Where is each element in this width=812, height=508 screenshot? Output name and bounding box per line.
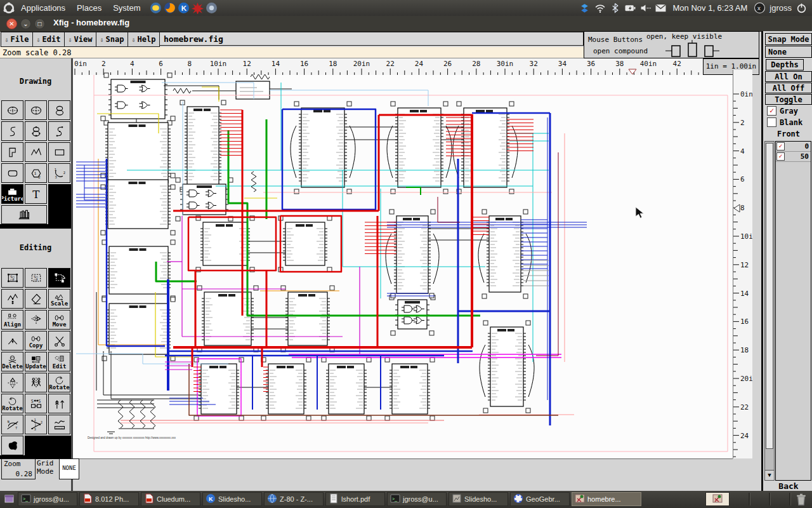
toggle-button[interactable]: Toggle <box>765 94 812 105</box>
gray-checkbox[interactable]: ✓Gray <box>767 106 798 116</box>
tool-rectangle[interactable] <box>48 142 70 162</box>
tool-closed-spline[interactable] <box>48 100 70 120</box>
taskbar-item-8-012-ph-[interactable]: 8.012 Ph... <box>79 492 139 506</box>
tool-library[interactable] <box>1 205 47 224</box>
dropbox-icon[interactable] <box>579 3 590 13</box>
tool-flip[interactable] <box>25 310 47 330</box>
mail-icon[interactable] <box>655 3 666 13</box>
tool-add-point[interactable] <box>1 289 23 309</box>
gimp-launcher-icon[interactable] <box>192 2 204 14</box>
grid-mode-value[interactable]: NONE <box>59 458 79 479</box>
firefox-launcher-icon[interactable] <box>164 2 176 14</box>
tool-rotate-ccw[interactable]: Rotate <box>1 394 23 413</box>
user-badge-icon[interactable]: x <box>754 3 765 13</box>
blank-checkbox[interactable]: Blank <box>767 117 802 127</box>
volume-icon[interactable] <box>640 3 651 13</box>
show-desktop-icon[interactable] <box>1 492 18 506</box>
tool-polygon[interactable] <box>1 142 23 162</box>
tool-polyline[interactable] <box>25 142 47 162</box>
battery-icon[interactable] <box>625 3 636 13</box>
svg-text:16: 16 <box>300 60 308 68</box>
username[interactable]: jgross <box>769 3 792 13</box>
bluetooth-icon[interactable] <box>610 3 620 13</box>
tool-ellipse-diameter[interactable] <box>25 100 47 120</box>
tool-cut[interactable] <box>48 331 70 351</box>
tool-length-measure[interactable] <box>48 415 70 434</box>
tool-tangent[interactable]: NT <box>1 415 23 434</box>
svg-text:>_: >_ <box>392 497 397 502</box>
taskbar-item-slidesho-[interactable]: KSlidesho... <box>202 492 262 506</box>
power-icon[interactable] <box>796 3 807 13</box>
tool-closed-spline-points[interactable] <box>25 121 47 141</box>
menu-applications[interactable]: Applications <box>15 0 71 16</box>
tool-update[interactable]: Update <box>25 352 47 371</box>
menu-file-button[interactable]: ⇩File <box>1 32 33 47</box>
tool-mirror[interactable] <box>25 373 47 392</box>
close-icon[interactable]: ✕ <box>6 18 17 29</box>
tool-edit[interactable]: Edit <box>48 352 70 371</box>
tool-convert[interactable]: SS <box>25 394 47 413</box>
menu-snap-button[interactable]: ⇩Snap <box>96 32 128 47</box>
scroll-down-icon[interactable]: ▼ <box>764 470 775 481</box>
svg-text:10in: 10in <box>740 232 752 241</box>
all-on-button[interactable]: All On <box>765 71 812 82</box>
tool-arc[interactable]: 123 <box>48 163 70 183</box>
wifi-icon[interactable] <box>594 3 605 13</box>
taskbar-item-cluedum-[interactable]: Cluedum... <box>141 492 200 506</box>
depth-scrollbar[interactable] <box>764 141 775 471</box>
taskbar-item-slidesho-[interactable]: Slidesho... <box>449 492 508 506</box>
browser-launcher-icon[interactable] <box>206 2 218 14</box>
menu-help-button[interactable]: ⇩Help <box>128 32 160 47</box>
selection-marker <box>322 358 326 362</box>
tool-glue[interactable]: S○□T <box>1 268 23 288</box>
menu-view-button[interactable]: ⇩View <box>64 32 96 47</box>
maximize-icon[interactable]: □ <box>34 18 45 29</box>
tool-rotate-cw[interactable]: Rotate <box>48 373 70 392</box>
tool-scale[interactable]: Scale <box>48 289 70 309</box>
tool-copy[interactable]: Copy <box>25 331 47 351</box>
tool-move-point[interactable] <box>1 331 23 351</box>
taskbar-item-jgross-u-[interactable]: >_jgross@u... <box>387 492 447 506</box>
tool-align[interactable]: Align <box>1 310 23 330</box>
tool-text[interactable]: T <box>25 184 47 204</box>
tool-angle-measure[interactable]: 123 <box>25 415 47 434</box>
taskbar-item-homebre-[interactable]: homebre... <box>572 492 641 506</box>
python-launcher-icon[interactable] <box>150 2 162 14</box>
depth-row[interactable]: ✓0 <box>776 142 811 152</box>
tool-edit-point[interactable] <box>48 268 70 288</box>
tool-spline-points[interactable] <box>48 121 70 141</box>
taskbar-item-icon[interactable] <box>705 492 730 506</box>
tool-flip-vertical[interactable] <box>1 373 23 392</box>
depth-scrollbar-thumb[interactable] <box>766 143 773 449</box>
window-titlebar[interactable]: ✕ ⌄ □ Xfig - homebrew.fig <box>0 16 812 32</box>
kile-launcher-icon[interactable]: K <box>178 2 190 14</box>
menu-places[interactable]: Places <box>71 0 107 16</box>
tool-break[interactable]: S○□T <box>25 268 47 288</box>
all-off-button[interactable]: All Off <box>765 83 812 93</box>
taskbar-item-geogebr-[interactable]: GeoGebr... <box>510 492 570 506</box>
snap-mode-value[interactable]: None <box>765 46 812 58</box>
tool-regular-polygon[interactable]: 12 <box>25 163 47 183</box>
tool-ellipse-radius[interactable] <box>1 100 23 120</box>
distribution-logo-icon[interactable] <box>3 2 15 15</box>
menu-system[interactable]: System <box>107 0 146 16</box>
tool-area-measure[interactable] <box>1 436 23 455</box>
vertical-ruler[interactable]: 0in246810in1214161820in2224 <box>733 70 752 458</box>
minimize-icon[interactable]: ⌄ <box>20 18 31 29</box>
taskbar-item-z-80-z-[interactable]: Z-80 - Z-... <box>264 492 324 506</box>
tool-arrowheads[interactable] <box>48 394 70 413</box>
clock[interactable]: Mon Nov 1, 6:23 AM <box>673 3 748 13</box>
tool-delete-point[interactable] <box>25 289 47 309</box>
tool-rounded-rectangle[interactable] <box>1 163 23 183</box>
tool-picture[interactable]: Picture <box>1 184 23 204</box>
trash-icon[interactable] <box>794 492 809 507</box>
zoom-button[interactable]: Zoom 0.28 <box>1 458 36 479</box>
tool-delete[interactable]: Delete <box>1 352 23 371</box>
tool-move[interactable]: Move <box>48 310 70 330</box>
taskbar-item-lshort-pdf[interactable]: lshort.pdf <box>325 492 385 506</box>
taskbar-item-jgross-u-[interactable]: >_jgross@u... <box>18 492 77 506</box>
depth-row[interactable]: ✓50 <box>776 152 811 162</box>
menu-edit-button[interactable]: ⇩Edit <box>32 32 65 47</box>
svg-text:2: 2 <box>102 60 106 68</box>
tool-spline[interactable] <box>1 121 23 141</box>
